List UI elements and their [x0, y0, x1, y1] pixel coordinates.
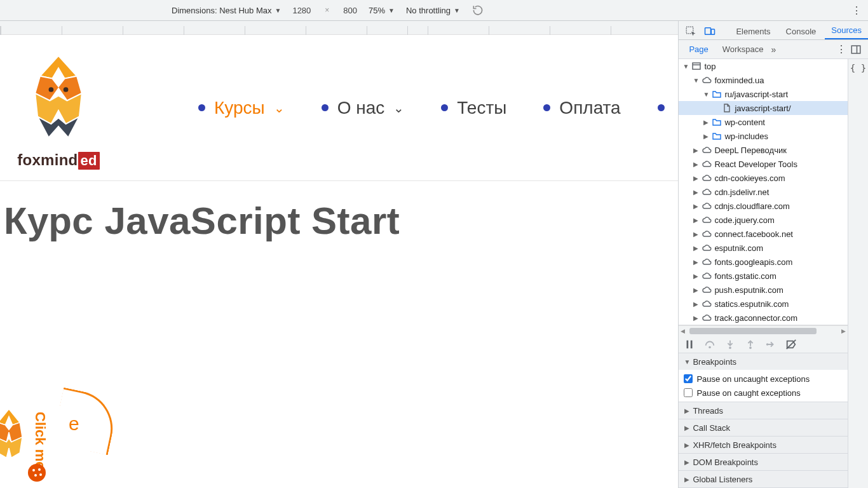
nav-dot-icon: [441, 104, 448, 111]
folder-icon: [712, 131, 722, 141]
tree-arrow-icon: ▶: [703, 119, 709, 126]
logo-text-b: ed: [78, 152, 100, 170]
subtabs-more-button[interactable]: ⋮: [836, 43, 846, 55]
toolbar-more-button[interactable]: ⋮: [851, 4, 862, 17]
tree-item[interactable]: ▶React Developer Tools: [679, 157, 848, 171]
inspect-icon[interactable]: [685, 25, 696, 37]
nav-item-courses[interactable]: Курсы ⌄: [198, 98, 285, 118]
logo-text-a: foxmind: [17, 151, 78, 169]
tree-item[interactable]: ▶wp-content: [679, 115, 848, 129]
tree-item[interactable]: ▼foxminded.ua: [679, 73, 848, 87]
nav-dot-icon: [658, 104, 665, 111]
page-viewport: foxminded Курсы ⌄ О нас ⌄: [0, 35, 678, 488]
checkbox-pause-uncaught[interactable]: Pause on uncaught exceptions: [684, 372, 844, 386]
dimensions-dropdown[interactable]: Dimensions: Nest Hub Max▼: [172, 6, 281, 15]
more-subtabs-icon[interactable]: »: [771, 44, 776, 55]
side-gutter: { }: [848, 59, 868, 488]
site-header: foxminded Курсы ⌄ О нас ⌄: [0, 35, 678, 181]
tree-arrow-icon: ▶: [703, 133, 709, 140]
tree-item[interactable]: ▶connect.facebook.net: [679, 227, 848, 241]
tree-item[interactable]: ▶cdn-cookieyes.com: [679, 171, 848, 185]
tree-arrow-icon: ▼: [682, 63, 689, 70]
nav-item-payment[interactable]: Оплата: [543, 98, 620, 118]
widget-letter: e: [69, 413, 79, 435]
tree-item[interactable]: ▶track.gaconnector.com: [679, 311, 848, 325]
step-icon[interactable]: [765, 339, 776, 350]
cloud-icon: [702, 257, 712, 267]
folder-icon: [712, 117, 722, 127]
cloud-icon: [702, 215, 712, 225]
accordion-threads[interactable]: ▶Threads: [679, 402, 848, 419]
horizontal-scrollbar[interactable]: ◀▶: [679, 325, 848, 336]
dimension-width[interactable]: 1280: [292, 6, 311, 15]
step-over-icon[interactable]: [704, 339, 715, 350]
tree-arrow-icon: ▶: [693, 161, 699, 168]
accordion-call-stack[interactable]: ▶Call Stack: [679, 419, 848, 437]
svg-rect-8: [705, 28, 711, 35]
nav-item-tests[interactable]: Тесты: [441, 98, 506, 118]
tree-item[interactable]: ▼ru/javascript-start: [679, 87, 848, 101]
tree-item[interactable]: ▶DeepL Переводчик: [679, 143, 848, 157]
device-toggle-icon[interactable]: [704, 25, 715, 37]
tree-item[interactable]: ▶wp-includes: [679, 129, 848, 143]
cookie-icon[interactable]: [27, 463, 47, 483]
pause-icon[interactable]: [684, 339, 695, 350]
nav-item-extra[interactable]: [658, 104, 665, 111]
accordion-title: XHR/fetch Breakpoints: [693, 440, 776, 450]
dimension-height[interactable]: 800: [343, 6, 357, 15]
deactivate-breakpoints-icon[interactable]: [785, 339, 797, 350]
tree-item[interactable]: javascript-start/: [679, 101, 848, 115]
cloud-icon: [702, 243, 712, 253]
tree-arrow-icon: ▶: [693, 315, 699, 322]
tree-item[interactable]: ▼top: [679, 59, 848, 73]
svg-point-18: [750, 346, 752, 349]
step-out-icon[interactable]: [745, 339, 756, 350]
tree-item[interactable]: ▶cdn.jsdelivr.net: [679, 185, 848, 199]
rotate-button[interactable]: [471, 4, 484, 17]
panel-layout-icon[interactable]: [850, 44, 862, 55]
tree-label: connect.facebook.net: [714, 229, 793, 239]
nav-item-about[interactable]: О нас ⌄: [322, 98, 405, 118]
chevron-down-icon: ⌄: [393, 100, 404, 116]
zoom-dropdown[interactable]: 75%▼: [369, 6, 395, 15]
nav-label: Тесты: [457, 98, 506, 118]
svg-rect-10: [851, 46, 860, 53]
step-into-icon[interactable]: [724, 339, 736, 350]
tree-item[interactable]: ▶statics.esputnik.com: [679, 297, 848, 311]
tree-item[interactable]: ▶fonts.gstatic.com: [679, 269, 848, 283]
subtab-page[interactable]: Page: [682, 42, 714, 57]
svg-point-6: [39, 473, 42, 476]
tab-console[interactable]: Console: [780, 24, 823, 39]
tree-label: cdnjs.cloudflare.com: [714, 201, 790, 211]
accordion-dom-breakpoints[interactable]: ▶DOM Breakpoints: [679, 454, 848, 471]
tree-item[interactable]: ▶code.jquery.com: [679, 213, 848, 227]
sources-tree[interactable]: ▼top▼foxminded.ua▼ru/javascript-startjav…: [679, 59, 848, 325]
tree-label: fonts.googleapis.com: [714, 257, 792, 267]
accordion-global-listeners[interactable]: ▶Global Listeners: [679, 471, 848, 488]
logo[interactable]: foxminded: [8, 46, 109, 170]
floating-widget[interactable]: e Click me: [0, 386, 95, 488]
tree-item[interactable]: ▶fonts.googleapis.com: [679, 255, 848, 269]
tree-item[interactable]: ▶push.esputnik.com: [679, 283, 848, 297]
caret-down-icon: ▼: [388, 7, 395, 14]
tree-label: foxminded.ua: [714, 76, 764, 85]
checkbox-pause-caught[interactable]: Pause on caught exceptions: [684, 386, 844, 400]
tab-sources[interactable]: Sources: [825, 22, 868, 39]
accordion-breakpoints[interactable]: ▼Breakpoints Pause on uncaught exception…: [679, 353, 848, 402]
fox-mini-icon: [0, 408, 28, 463]
tree-item[interactable]: ▶cdnjs.cloudflare.com: [679, 199, 848, 213]
accordion-title: DOM Breakpoints: [693, 458, 758, 467]
tree-label: push.esputnik.com: [714, 285, 783, 295]
tab-elements[interactable]: Elements: [729, 24, 776, 39]
svg-point-4: [38, 468, 41, 471]
throttling-dropdown[interactable]: No throttling▼: [406, 6, 460, 15]
subtab-workspace[interactable]: Workspace: [716, 42, 770, 57]
accordion-xhr-fetch-breakpoints[interactable]: ▶XHR/fetch Breakpoints: [679, 437, 848, 454]
svg-point-5: [34, 474, 37, 477]
cloud-icon: [702, 187, 712, 197]
nav-label: О нас: [337, 98, 385, 118]
tree-item[interactable]: ▶esputnik.com: [679, 241, 848, 255]
tree-label: ru/javascript-start: [724, 90, 788, 99]
pretty-print-icon[interactable]: { }: [850, 63, 866, 73]
cloud-icon: [702, 159, 712, 169]
